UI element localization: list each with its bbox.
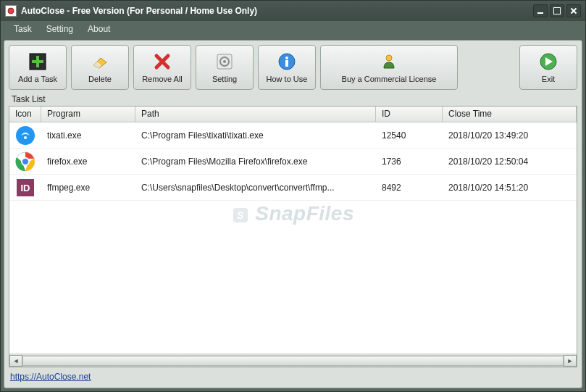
- cell-id: 12540: [376, 128, 443, 143]
- svg-point-15: [16, 126, 35, 145]
- svg-text:S: S: [237, 209, 244, 221]
- scroll-left-button[interactable]: ◄: [9, 355, 22, 367]
- toolbar: Add a Task Delete Remove All Setting: [9, 45, 577, 90]
- cell-path: C:\Program Files\tixati\tixati.exe: [135, 128, 376, 143]
- tixati-icon: [15, 125, 35, 146]
- footer: https://AutoClose.net: [9, 370, 577, 383]
- cell-path: C:\Program Files\Mozilla Firefox\firefox…: [135, 154, 376, 169]
- eraser-icon: [90, 51, 110, 72]
- exit-label: Exit: [542, 75, 555, 83]
- col-time[interactable]: Close Time: [443, 107, 577, 122]
- info-icon: [277, 51, 297, 72]
- row-icon: ID: [9, 178, 41, 198]
- scroll-track[interactable]: [22, 355, 564, 367]
- minimize-button[interactable]: [533, 4, 548, 17]
- cell-program: ffmpeg.exe: [41, 180, 135, 195]
- task-table: Icon Program Path ID Close Time tixati.e…: [9, 106, 577, 367]
- table-body: tixati.exe C:\Program Files\tixati\tixat…: [9, 122, 577, 354]
- svg-rect-22: [233, 208, 248, 222]
- buy-license-label: Buy a Commercial License: [342, 75, 437, 83]
- chrome-icon: [15, 151, 35, 172]
- row-icon: [9, 151, 41, 172]
- how-to-use-label: How to Use: [267, 75, 308, 83]
- menubar: Task Setting About: [1, 21, 585, 37]
- ffmpeg-icon: ID: [15, 178, 35, 198]
- setting-label: Setting: [212, 75, 237, 83]
- window-title: AutoClose - Free Version (For Personal /…: [21, 6, 533, 16]
- app-icon: [5, 5, 17, 17]
- menu-setting[interactable]: Setting: [39, 22, 80, 36]
- person-icon: [379, 51, 399, 72]
- close-button[interactable]: [566, 4, 581, 17]
- cell-id: 1736: [376, 154, 443, 169]
- buy-license-button[interactable]: Buy a Commercial License: [320, 45, 458, 90]
- table-row[interactable]: ID ffmpeg.exe C:\Users\snapfiles\Desktop…: [9, 175, 577, 201]
- col-program[interactable]: Program: [41, 107, 135, 122]
- watermark-text: SnapFiles: [255, 202, 354, 225]
- gear-icon: [214, 51, 235, 72]
- svg-rect-3: [32, 60, 43, 63]
- setting-button[interactable]: Setting: [196, 45, 254, 90]
- add-task-label: Add a Task: [18, 75, 57, 83]
- cell-time: 2018/10/20 12:50:04: [443, 154, 577, 169]
- add-task-button[interactable]: Add a Task: [9, 45, 67, 90]
- x-icon: [152, 51, 172, 72]
- menu-task[interactable]: Task: [7, 22, 39, 36]
- cell-time: 2018/10/20 13:49:20: [443, 128, 577, 143]
- table-header: Icon Program Path ID Close Time: [9, 107, 577, 122]
- remove-all-label: Remove All: [142, 75, 183, 83]
- delete-label: Delete: [88, 75, 112, 83]
- table-row[interactable]: firefox.exe C:\Program Files\Mozilla Fir…: [9, 149, 577, 175]
- titlebar[interactable]: AutoClose - Free Version (For Personal /…: [1, 1, 585, 21]
- exit-button[interactable]: Exit: [519, 45, 577, 90]
- svg-point-0: [8, 8, 14, 14]
- menu-about[interactable]: About: [80, 22, 117, 36]
- how-to-use-button[interactable]: How to Use: [258, 45, 316, 90]
- horizontal-scrollbar[interactable]: ◄ ►: [9, 354, 577, 367]
- delete-button[interactable]: Delete: [71, 45, 129, 90]
- content-area: Add a Task Delete Remove All Setting: [4, 40, 582, 388]
- col-icon[interactable]: Icon: [9, 107, 41, 122]
- watermark: S SnapFiles: [9, 202, 577, 225]
- svg-point-10: [285, 57, 288, 59]
- row-icon: [9, 125, 41, 146]
- col-path[interactable]: Path: [135, 107, 376, 122]
- cell-id: 8492: [376, 180, 443, 195]
- cell-program: firefox.exe: [41, 154, 135, 169]
- scroll-thumb[interactable]: [22, 356, 564, 366]
- svg-rect-11: [285, 60, 288, 67]
- col-id[interactable]: ID: [376, 107, 443, 122]
- plus-icon: [28, 51, 48, 72]
- app-window: AutoClose - Free Version (For Personal /…: [0, 0, 586, 392]
- table-row[interactable]: tixati.exe C:\Program Files\tixati\tixat…: [9, 122, 577, 149]
- scroll-right-button[interactable]: ►: [564, 355, 577, 367]
- svg-text:ID: ID: [21, 183, 30, 193]
- exit-icon: [538, 51, 558, 72]
- window-controls: [533, 4, 581, 17]
- svg-point-8: [223, 60, 226, 63]
- cell-program: tixati.exe: [41, 128, 135, 143]
- website-link[interactable]: https://AutoClose.net: [10, 372, 91, 382]
- cell-time: 2018/10/20 14:51:20: [443, 180, 577, 195]
- remove-all-button[interactable]: Remove All: [133, 45, 191, 90]
- svg-point-12: [386, 55, 392, 61]
- cell-path: C:\Users\snapfiles\Desktop\convert\conve…: [135, 180, 376, 195]
- svg-point-19: [22, 158, 29, 165]
- task-list-label: Task List: [9, 93, 577, 106]
- maximize-button[interactable]: [550, 4, 564, 17]
- svg-point-16: [24, 136, 27, 139]
